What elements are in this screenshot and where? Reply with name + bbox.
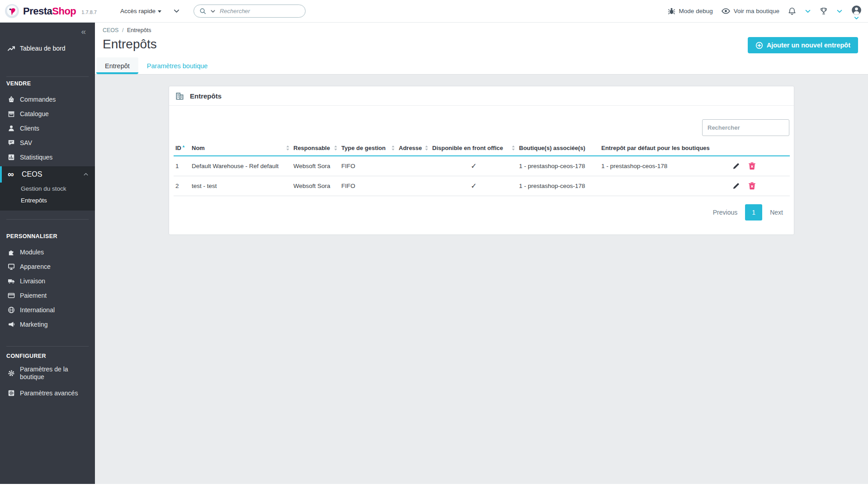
column-header-id[interactable]: ID▲: [174, 142, 190, 156]
cell-entrepot-defaut: [599, 176, 731, 196]
caret-down-icon: [158, 10, 161, 13]
sidebar-item-clients[interactable]: Clients: [0, 121, 95, 136]
cell-responsable: Websoft Sora: [292, 156, 340, 176]
debug-mode-label: Mode debug: [679, 8, 713, 14]
cell-adresse: [397, 156, 430, 176]
delete-trash-icon[interactable]: [749, 162, 755, 170]
add-warehouse-button[interactable]: Ajouter un nouvel entrepôt: [748, 37, 858, 53]
column-header-adresse[interactable]: Adresse: [397, 142, 430, 156]
global-search-input[interactable]: [220, 8, 300, 14]
cell-entrepot-defaut: 1 - prestashop-ceos-178: [599, 156, 731, 176]
gamification-chevron-icon[interactable]: [836, 8, 843, 14]
trend-icon: [8, 45, 15, 52]
view-shop-link[interactable]: Voir ma boutique: [722, 8, 779, 14]
notifications-bell-icon[interactable]: [788, 7, 796, 15]
sidebar-item-marketing[interactable]: Marketing: [0, 317, 95, 332]
sidebar-item-ceos[interactable]: ∞ CEOS: [0, 166, 95, 183]
sort-icon: [334, 145, 338, 151]
debug-mode-link[interactable]: Mode debug: [668, 7, 713, 15]
cell-disponible: ✓: [430, 156, 517, 176]
quick-access-expand-chevron-icon[interactable]: [173, 8, 180, 14]
store-icon: [8, 110, 15, 117]
table-row: 2 test - test Websoft Sora FIFO ✓ 1 - pr…: [174, 176, 790, 196]
global-search: [193, 5, 306, 18]
sort-icon: [391, 145, 395, 151]
table-row: 1 Default Warehouse - Ref default Websof…: [174, 156, 790, 176]
tab-entrepot[interactable]: Entrepôt: [96, 57, 138, 74]
bottom-strip: [0, 484, 868, 488]
account-chevron-icon: [854, 15, 859, 21]
stats-icon: [8, 154, 15, 161]
breadcrumb-parent[interactable]: CEOS: [103, 27, 118, 33]
search-scope-chevron-icon[interactable]: [210, 9, 216, 14]
cell-type-gestion: FIFO: [340, 156, 397, 176]
sidebar-item-paiement[interactable]: Paiement: [0, 288, 95, 303]
search-icon: [199, 8, 206, 14]
pagination-next[interactable]: Next: [770, 209, 783, 216]
warehouse-building-icon: [175, 92, 184, 100]
breadcrumb-separator: /: [122, 27, 123, 33]
cell-type-gestion: FIFO: [340, 176, 397, 196]
notifications-chevron-icon[interactable]: [805, 8, 811, 14]
edit-pencil-icon[interactable]: [732, 162, 740, 170]
table-header-row: ID▲ Nom Responsable Type de gestion Adre…: [174, 142, 790, 156]
content-body: Entrepôts: [95, 74, 868, 484]
sidebar-item-catalogue[interactable]: Catalogue: [0, 107, 95, 121]
sidebar-collapse-button[interactable]: «: [81, 27, 86, 36]
topbar: PrestaShop 1.7.8.7 Accès rapide Mo: [0, 0, 868, 23]
breadcrumb: CEOS / Entrepôts: [95, 23, 868, 33]
puzzle-icon: [8, 249, 15, 256]
gamification-trophy-icon[interactable]: [820, 7, 828, 15]
tabbar: Entrepôt Paramètres boutique: [95, 57, 868, 74]
tab-parametres-boutique[interactable]: Paramètres boutique: [138, 57, 217, 74]
credit-card-icon: [8, 292, 15, 299]
panel-title: Entrepôts: [190, 92, 222, 100]
column-header-actions: [731, 142, 790, 156]
quick-access-label: Accès rapide: [120, 8, 156, 14]
sidebar-item-apparence[interactable]: Apparence: [0, 259, 95, 274]
prestashop-brand[interactable]: PrestaShop 1.7.8.7: [5, 4, 97, 19]
edit-pencil-icon[interactable]: [732, 182, 740, 190]
cell-boutiques: 1 - prestashop-ceos-178: [517, 176, 599, 196]
brand-wordmark: PrestaShop: [23, 5, 76, 17]
sort-icon: [425, 145, 429, 151]
column-header-responsable[interactable]: Responsable: [292, 142, 340, 156]
column-header-type-de-gestion[interactable]: Type de gestion: [340, 142, 397, 156]
prestashop-logo-icon: [5, 4, 19, 19]
sidebar-item-parametres-avances[interactable]: Paramètres avancés: [0, 385, 95, 401]
sidebar-item-parametres-boutique[interactable]: Paramètres de la boutique: [0, 366, 95, 381]
user-account-menu[interactable]: [851, 5, 862, 21]
column-header-entrepot-defaut: Entrepôt par défaut pour les boutiques: [599, 142, 731, 156]
megaphone-icon: [8, 321, 15, 328]
pagination-previous[interactable]: Previous: [713, 209, 737, 216]
pagination-current-page[interactable]: 1: [745, 204, 762, 221]
sidebar-item-international[interactable]: International: [0, 303, 95, 317]
sidebar-item-commandes[interactable]: Commandes: [0, 92, 95, 107]
cell-boutiques: 1 - prestashop-ceos-178: [517, 156, 599, 176]
delete-trash-icon[interactable]: [749, 182, 755, 190]
warehouses-table: ID▲ Nom Responsable Type de gestion Adre…: [174, 142, 790, 196]
sidebar-item-gestion-du-stock[interactable]: Gestion du stock: [0, 183, 95, 194]
view-shop-label: Voir ma boutique: [734, 8, 779, 14]
cell-adresse: [397, 176, 430, 196]
cell-actions: [731, 156, 790, 176]
sidebar-item-livraison[interactable]: Livraison: [0, 274, 95, 288]
column-header-disponible-front-office[interactable]: Disponible en front office: [430, 142, 517, 156]
table-search-input[interactable]: [702, 119, 789, 136]
column-header-nom[interactable]: Nom: [190, 142, 292, 156]
breadcrumb-current: Entrepôts: [127, 27, 151, 33]
sidebar-item-tableau-de-bord[interactable]: Tableau de bord: [0, 41, 95, 56]
version-label: 1.7.8.7: [81, 9, 97, 15]
sidebar-item-modules[interactable]: Modules: [0, 245, 95, 259]
sort-asc-icon: ▲: [182, 144, 185, 148]
quick-access-dropdown[interactable]: Accès rapide: [120, 8, 161, 14]
sort-icon: [286, 145, 290, 151]
sidebar-section-vendre: VENDRE: [0, 77, 95, 87]
globe-icon: [8, 306, 15, 314]
sidebar-item-sav[interactable]: SAV: [0, 136, 95, 150]
pagination: Previous 1 Next: [174, 204, 783, 235]
sidebar-item-entrepots[interactable]: Entrepôts: [0, 194, 95, 206]
sidebar-item-statistiques[interactable]: Statistiques: [0, 150, 95, 164]
check-icon: ✓: [471, 182, 476, 190]
sort-icon: [511, 145, 515, 151]
